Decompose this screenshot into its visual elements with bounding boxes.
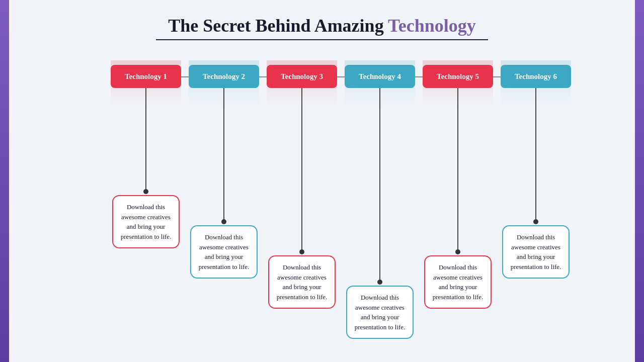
content-box-1: Download this awesome creatives and brin… [112,195,180,248]
title-part1: The Secret Behind Amazing [168,16,388,36]
tech-label-2: Technology 2 [189,65,259,88]
dot-5 [455,249,460,254]
content-box-4: Download this awesome creatives and brin… [346,286,414,339]
content-box-6: Download this awesome creatives and brin… [502,225,570,279]
vline-5 [457,83,458,249]
page-title: The Secret Behind Amazing Technology [9,15,635,36]
dot-2 [221,219,226,224]
tech-label-4: Technology 4 [345,65,415,88]
tech-label-6: Technology 6 [501,65,571,88]
title-part2: Technology [388,16,476,36]
vline-2 [223,83,224,219]
dot-6 [533,219,538,224]
vline-6 [535,83,536,219]
tech-label-1: Technology 1 [111,65,181,88]
content-box-5: Download this awesome creatives and brin… [424,255,492,309]
diagram-area: Technology 1Download this awesome creati… [75,60,569,277]
vline-4 [379,83,380,280]
main-content: The Secret Behind Amazing Technology Tec… [9,0,635,362]
right-border-bar [635,0,644,362]
content-box-2: Download this awesome creatives and brin… [190,225,258,279]
tech-label-5: Technology 5 [423,65,493,88]
content-box-3: Download this awesome creatives and brin… [268,255,336,309]
vline-1 [145,83,146,189]
title-area: The Secret Behind Amazing Technology [9,15,635,40]
tech-label-3: Technology 3 [267,65,337,88]
left-border-bar [0,0,9,362]
dot-4 [377,280,382,285]
title-underline [156,39,488,40]
vline-3 [301,83,302,249]
dot-1 [143,189,148,194]
dot-3 [299,249,304,254]
